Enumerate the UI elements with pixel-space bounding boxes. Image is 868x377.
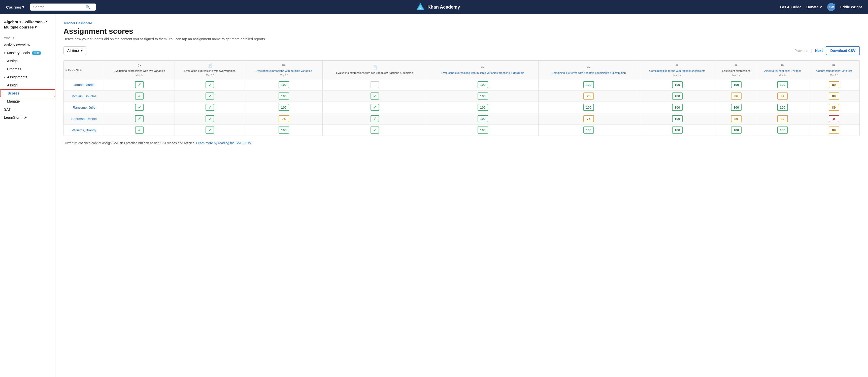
logo-text: Khan Academy [428,4,460,10]
score-number: 100 [583,126,594,134]
score-check: ✓ [206,104,214,111]
khan-academy-logo-icon: K [416,2,425,11]
score-number: 75 [583,92,594,99]
score-cell: ✓ [104,90,175,102]
toolbar: All time ▾ Previous | Next Download CSV [63,46,860,55]
sidebar-item-assign[interactable]: Assign [0,81,55,89]
col5-title-link[interactable]: Evaluating expressions with multiple var… [441,71,524,75]
donate-label: Donate [806,5,818,9]
search-box[interactable]: 🔍 [30,3,96,10]
col8-title: Equivalent expressions [722,69,750,72]
col-header-6: ✏ Combining like terms with negative coe… [538,61,639,79]
score-cell: 100 [639,102,716,113]
manage-label: Manage [7,99,20,103]
col7-icon: ✏ [676,63,679,68]
breadcrumb[interactable]: Teacher Dashboard [63,21,860,25]
courses-chevron-icon: ▾ [22,5,24,9]
footer-note-text: Currently, coaches cannot assign SAT ski… [63,141,195,145]
sidebar-item-scores[interactable]: Scores [0,89,55,97]
top-navigation: Courses ▾ 🔍 K Khan Academy Get AI Guide … [0,0,868,14]
col8-icon: ✏ [735,63,738,68]
score-cell: 100 [538,102,639,113]
ai-guide-link[interactable]: Get AI Guide [780,5,801,9]
logo: K Khan Academy [102,2,774,11]
donate-link[interactable]: Donate ↗ [806,5,822,9]
sidebar-item-learnstorm[interactable]: LearnStorm ↗ [0,113,55,121]
page-subtitle: Here's how your students did on the cont… [63,37,860,41]
courses-label: Courses [6,5,21,9]
col6-title-link[interactable]: Combining like terms with negative coeff… [552,71,626,75]
external-link-icon: ↗ [819,5,822,9]
sidebar-item-manage[interactable]: Manage [0,97,55,105]
assign-mastery-label: Assign [7,59,18,63]
table-row: Mcclain, Douglas✓✓100✓10075100868989 [64,90,860,102]
score-cell: 100 [716,79,757,90]
score-number: 100 [477,104,488,111]
score-cell: 0 [808,113,860,124]
col-header-3: ✏ Evaluating expressions with multiple v… [245,61,322,79]
sidebar-item-activity-overview[interactable]: Activity overview [0,41,55,49]
main-content: Teacher Dashboard Assignment scores Here… [55,14,868,377]
user-avatar[interactable]: EW [827,3,835,11]
score-number: 100 [777,104,788,111]
col9-icon: ✏ [781,63,784,68]
learnstorm-external-icon: ↗ [24,115,27,119]
score-number: 100 [279,104,289,111]
tools-section-label: TOOLS [0,35,55,41]
score-number: 100 [731,104,742,111]
sidebar-item-assign-mastery[interactable]: Assign [0,57,55,65]
course-title[interactable]: Algebra 1 - Wilkerson - : Multiple cours… [0,19,55,35]
score-cell: 100 [538,124,639,136]
col3-date: Mar 17 [280,74,288,77]
col10-title-link[interactable]: Algebra foundations: Unit test [816,69,852,72]
sidebar-item-sat[interactable]: SAT [0,105,55,113]
score-check: ✓ [135,104,144,111]
col7-title-link[interactable]: Combining like terms with rational coeff… [649,69,705,72]
col3-title-link[interactable]: Evaluating expressions with multiple var… [256,69,312,72]
score-number: 89 [777,115,788,122]
score-cell: ✓ [175,113,245,124]
sat-faq-link[interactable]: Learn more by reading the SAT FAQs. [196,141,252,145]
score-number: 89 [829,81,839,88]
col8-date: Mar 17 [732,74,740,77]
assignments-label: Assignments [7,75,27,79]
score-cell: 100 [427,124,538,136]
score-cell: 86 [716,90,757,102]
mastery-goals-label: Mastery Goals [7,51,30,55]
download-csv-button[interactable]: Download CSV [826,46,860,55]
time-filter-dropdown[interactable]: All time ▾ [63,47,86,55]
search-input[interactable] [33,5,84,9]
avatar-notification-dot [833,3,835,5]
score-check: ✓ [135,115,144,122]
student-name-cell[interactable]: Sherman, Rachel [64,113,104,124]
courses-menu[interactable]: Courses ▾ [6,5,24,9]
student-name-cell[interactable]: Jordon, Martin [64,79,104,90]
next-button[interactable]: Next [815,49,823,53]
toolbar-right: Previous | Next Download CSV [795,46,860,55]
col9-date: Mar 17 [779,74,786,77]
student-name-cell[interactable]: Ransome, Julie [64,102,104,113]
score-check: ✓ [371,126,379,134]
score-cell: 100 [427,102,538,113]
score-number: 0 [829,115,839,122]
score-check: ✓ [206,115,214,122]
sidebar-item-progress[interactable]: Progress [0,65,55,73]
student-name-cell[interactable]: Williams, Brandy [64,124,104,136]
score-cell: 100 [757,102,808,113]
sidebar-item-assignments[interactable]: ▾ Assignments [0,73,55,81]
previous-button[interactable]: Previous [795,49,808,53]
col-header-5: ✏ Evaluating expressions with multiple v… [427,61,538,79]
col9-title-link[interactable]: Algebra foundations: Unit test [764,69,801,72]
nav-right-actions: Get AI Guide Donate ↗ EW Eddie Wright [780,3,862,11]
score-number: 100 [279,126,289,134]
time-filter-label: All time [67,49,79,53]
student-name-cell[interactable]: Mcclain, Douglas [64,90,104,102]
col-header-8: ✏ Equivalent expressions Mar 17 [716,61,757,79]
score-cell: 75 [245,113,322,124]
search-icon: 🔍 [86,5,90,9]
sidebar-item-mastery-goals[interactable]: ▾ Mastery Goals NEW [0,49,55,57]
col4-title: Evaluating expressions with two variable… [336,71,413,75]
page-layout: Algebra 1 - Wilkerson - : Multiple cours… [0,14,868,377]
score-number: 100 [583,81,594,88]
score-cell: 75 [538,113,639,124]
